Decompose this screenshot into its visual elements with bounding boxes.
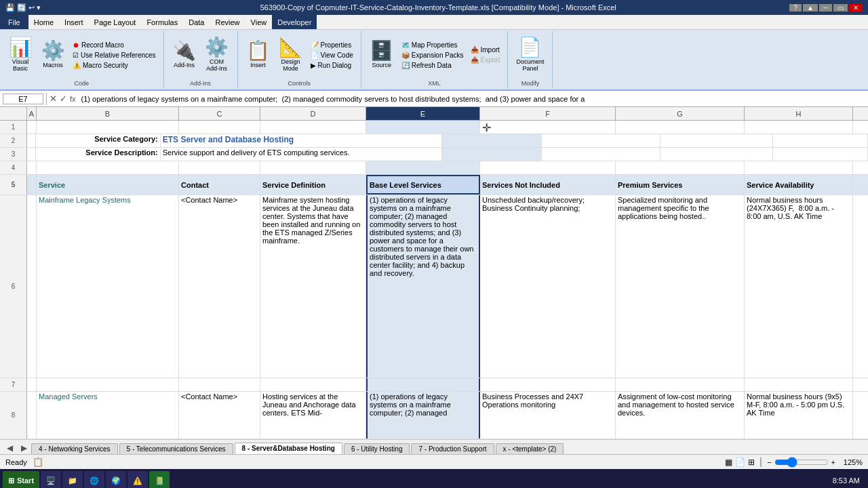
col-header-d[interactable]: D [260,107,366,120]
visual-basic-button[interactable]: 📊 VisualBasic [5,37,35,73]
col-header-b[interactable]: B [37,107,179,120]
formula-input[interactable] [79,94,865,104]
use-relative-button[interactable]: ☑ Use Relative References [71,51,158,60]
insert-function-icon[interactable]: fx [70,95,76,103]
col-header-e[interactable]: E [366,107,480,120]
taskbar-folder[interactable]: 📁 [62,471,83,488]
cell-h2[interactable] [773,134,868,147]
menu-page-layout[interactable]: Page Layout [89,15,142,29]
cell-f3[interactable] [542,148,660,161]
row-num-5[interactable]: 5 [0,175,27,195]
cell-a3[interactable] [27,148,36,161]
properties-button[interactable]: 📝 Properties [309,41,355,49]
menu-developer[interactable]: Developer [272,15,317,29]
sheet-tab-utility[interactable]: 6 - Utility Hosting [344,443,410,454]
cell-b4[interactable] [37,161,179,174]
minimize-btn[interactable]: ─ [819,4,832,12]
cell-c2[interactable]: ETS Server and Database Hosting [161,134,442,147]
view-layout-icon[interactable]: 📄 [735,458,745,467]
col-header-f[interactable]: F [480,107,616,120]
cell-e5[interactable]: Base Level Services [366,175,480,195]
cell-g7[interactable] [616,378,745,391]
cell-e1[interactable] [366,121,480,134]
cell-a5[interactable] [27,175,37,195]
close-btn[interactable]: ✕ [849,4,863,12]
cell-b6[interactable]: Mainframe Legacy Systems [37,195,179,378]
expansion-packs-button[interactable]: 📦 Expansion Packs [399,51,466,60]
cell-g3[interactable] [660,148,773,161]
row-num-2[interactable]: 2 [0,134,27,147]
macros-button[interactable]: ⚙️ Macros [38,40,68,70]
menu-review[interactable]: Review [210,15,245,29]
cell-a1[interactable] [27,121,37,134]
taskbar-browser1[interactable]: 🌐 [84,471,104,488]
sheet-tab-template[interactable]: x - <template> (2) [496,443,564,454]
restore-btn[interactable]: ▭ [833,4,848,12]
cell-g5[interactable]: Premium Services [616,175,745,195]
view-normal-icon[interactable]: ▦ [725,458,732,467]
cell-f4[interactable] [480,161,616,174]
cell-f7[interactable] [480,378,616,391]
cell-c3[interactable]: Service support and delivery of ETS comp… [161,148,442,161]
cell-f2[interactable] [542,134,660,147]
document-panel-button[interactable]: 📄 DocumentPanel [513,37,547,73]
view-pagebreak-icon[interactable]: ⊞ [748,458,755,467]
cell-e2[interactable] [442,134,542,147]
cell-a2[interactable] [27,134,36,147]
insert-control-button[interactable]: 📋 Insert [243,40,273,70]
cell-b2[interactable]: Service Category: [36,134,161,147]
cancel-formula-icon[interactable]: ✕ [50,94,57,104]
zoom-slider[interactable] [774,460,829,465]
cell-b1[interactable] [37,121,179,134]
cell-c1[interactable] [179,121,260,134]
help-icon[interactable]: ? [789,4,802,12]
zoom-level[interactable]: 125% [838,458,863,466]
cell-d7[interactable] [260,378,366,391]
row-num-6[interactable]: 6 [0,195,27,378]
cell-h5[interactable]: Service Availability [745,175,853,195]
view-code-button[interactable]: 📄 View Code [309,51,355,60]
start-button[interactable]: ⊞ Start [3,471,39,488]
add-ins-button[interactable]: 🔌 Add-Ins [170,40,199,70]
menu-insert[interactable]: Insert [59,15,89,29]
map-properties-button[interactable]: 🗺️ Map Properties [399,41,466,49]
row-num-1[interactable]: 1 [0,121,27,134]
cell-a4[interactable] [27,161,37,174]
cell-g1[interactable] [616,121,745,134]
cell-a7[interactable] [27,378,37,391]
ribbon-collapse[interactable]: ▲ [803,4,818,12]
zoom-out-button[interactable]: − [767,458,771,466]
sheet-tab-production[interactable]: 7 - Production Support [411,443,494,454]
cell-d1[interactable] [260,121,366,134]
cell-d8[interactable]: Hosting services at the Juneau and Ancho… [260,392,366,439]
cell-h6[interactable]: Normal business hours (24X7X365) F, 8:00… [745,195,853,378]
col-header-g[interactable]: G [616,107,745,120]
cell-b7[interactable] [37,378,179,391]
refresh-data-button[interactable]: 🔄 Refresh Data [399,61,466,70]
cell-e3[interactable] [442,148,542,161]
col-header-a[interactable]: A [27,107,37,120]
taskbar-explorer[interactable]: 🖥️ [41,471,61,488]
cell-c6[interactable]: <Contact Name> [179,195,260,378]
cell-c5[interactable]: Contact [179,175,260,195]
cell-h4[interactable] [745,161,853,174]
cell-h1[interactable] [745,121,853,134]
cell-a6[interactable] [27,195,37,378]
cell-c8[interactable]: <Contact Name> [179,392,260,439]
sheet-tab-networking[interactable]: 4 - Networking Services [31,443,118,454]
cell-f8[interactable]: Business Processes and 24X7 Operations m… [480,392,616,439]
menu-view[interactable]: View [245,15,273,29]
cell-e7[interactable] [366,378,480,391]
cell-c4[interactable] [179,161,260,174]
menu-home[interactable]: Home [28,15,59,29]
cell-e8[interactable]: (1) operations of legacy systems on a ma… [366,392,480,439]
sheet-nav-right[interactable]: ▶ [17,442,31,454]
row-num-7[interactable]: 7 [0,378,27,391]
cell-g6[interactable]: Specialized monitoring and management sp… [616,195,745,378]
cell-h3[interactable] [773,148,868,161]
row-num-8[interactable]: 8 [0,392,27,439]
zoom-in-button[interactable]: + [831,458,835,466]
cell-h8[interactable]: Normal business hours (9x5) M-F, 8:00 a.… [745,392,853,439]
sheet-tab-server[interactable]: 8 - Server&Database Hosting [235,443,342,454]
source-button[interactable]: 🗄️ Source [367,40,397,70]
